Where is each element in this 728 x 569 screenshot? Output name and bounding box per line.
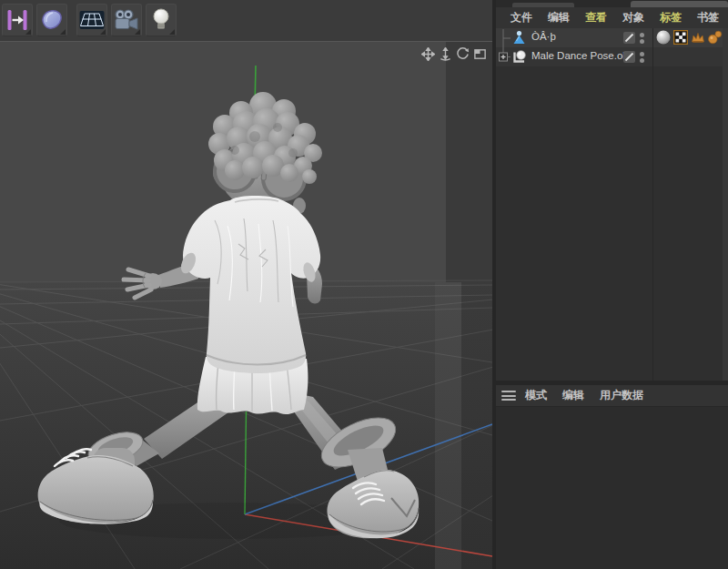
figure-object-icon	[511, 30, 527, 46]
3d-viewport[interactable]	[0, 41, 492, 569]
tree-branch	[496, 28, 511, 47]
object-manager-menubar: 文件 编辑 查看 对象 标签 书签	[496, 7, 728, 29]
panel-menu-icon[interactable]	[501, 391, 516, 401]
viewport-nav-controls	[421, 47, 487, 61]
object-row-clothes[interactable]: ÒÂ·þ	[496, 28, 728, 47]
selection-tag[interactable]	[691, 30, 705, 45]
edit-toggle[interactable]	[623, 32, 635, 44]
viewport-canvas[interactable]	[0, 42, 492, 569]
main-toolbar	[0, 0, 492, 42]
menu-object[interactable]: 对象	[622, 10, 644, 25]
mirror-tool-button[interactable]	[2, 4, 33, 36]
material-tag[interactable]	[656, 30, 671, 45]
camera-button[interactable]	[111, 4, 142, 36]
attribute-panel: 模式 编辑 用户数据	[496, 385, 728, 569]
scrollbar-track[interactable]	[723, 28, 728, 381]
application-window: 文件 编辑 查看 对象 标签 书签	[0, 0, 728, 569]
menu-bookmark[interactable]: 书签	[697, 10, 719, 25]
window-tab-strip	[496, 0, 728, 7]
menu-edit[interactable]: 编辑	[548, 10, 570, 25]
blob-deformer-button[interactable]	[36, 4, 67, 36]
dolly-icon[interactable]	[439, 47, 452, 61]
tag-list	[656, 30, 723, 45]
object-manager-panel: 文件 编辑 查看 对象 标签 书签	[496, 7, 728, 381]
pan-icon[interactable]	[421, 47, 435, 61]
toggle-view-icon[interactable]	[473, 47, 487, 61]
visibility-dots[interactable]	[640, 50, 645, 64]
tree-expand[interactable]	[496, 47, 511, 66]
right-panel-column: 文件 编辑 查看 对象 标签 书签	[496, 0, 728, 569]
menu-mode[interactable]: 模式	[525, 388, 547, 403]
menu-view[interactable]: 查看	[585, 10, 607, 25]
light-icon	[147, 7, 175, 33]
menu-edit[interactable]: 编辑	[562, 388, 584, 403]
polygon-object-icon	[511, 49, 527, 65]
visibility-dots[interactable]	[640, 31, 645, 45]
attribute-menubar: 模式 编辑 用户数据	[496, 385, 728, 407]
camera-icon	[113, 7, 140, 33]
workplane-button[interactable]	[76, 4, 107, 36]
layout-tab-active[interactable]	[631, 1, 728, 7]
object-label[interactable]: ÒÂ·þ	[531, 31, 556, 42]
blob-deformer-icon	[38, 7, 66, 33]
mirror-tool-icon	[4, 7, 31, 33]
phong-tag[interactable]	[708, 30, 723, 45]
menu-user-data[interactable]: 用户数据	[600, 388, 643, 403]
menu-file[interactable]: 文件	[511, 10, 532, 25]
object-row-mesh[interactable]: Male Dance Pose.obj	[496, 47, 728, 66]
object-tree: ÒÂ·þ	[496, 28, 728, 381]
attribute-panel-body	[496, 407, 728, 569]
light-button[interactable]	[146, 4, 177, 36]
object-label[interactable]: Male Dance Pose.obj	[531, 50, 631, 61]
column-divider[interactable]	[652, 28, 653, 381]
uvw-tag[interactable]	[673, 30, 688, 45]
workplane-grid-icon	[78, 8, 106, 32]
rotate-icon[interactable]	[456, 47, 470, 61]
edit-toggle[interactable]	[623, 51, 635, 63]
menu-tags[interactable]: 标签	[660, 10, 682, 25]
